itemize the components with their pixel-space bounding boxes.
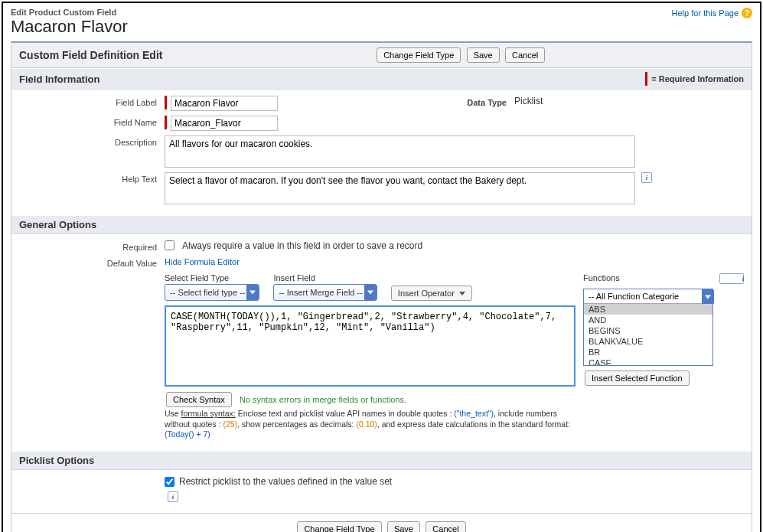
- label-field-name: Field Name: [19, 116, 165, 127]
- function-item[interactable]: BEGINS: [584, 325, 712, 336]
- functions-category-select[interactable]: -- All Function Categorie: [584, 289, 714, 304]
- change-field-type-button[interactable]: Change Field Type: [377, 47, 461, 63]
- functions-label: Functions: [583, 273, 620, 282]
- cancel-button[interactable]: Cancel: [426, 521, 465, 532]
- label-description: Description: [19, 135, 165, 147]
- required-legend: = Required Information: [645, 72, 744, 86]
- function-item[interactable]: CASE: [584, 357, 712, 365]
- label-field-label: Field Label: [19, 96, 165, 107]
- function-item[interactable]: AND: [584, 315, 712, 325]
- required-indicator: [165, 96, 167, 109]
- select-field-type-label: Select Field Type: [165, 273, 259, 282]
- select-field-type-dropdown[interactable]: -- Select field type --: [165, 284, 259, 301]
- field-name-input[interactable]: [171, 116, 278, 131]
- formula-textarea[interactable]: CASE(MONTH(TODAY()),1, "Gingerbread",2, …: [165, 305, 576, 387]
- syntax-status: No syntax errors in merge fields or func…: [240, 395, 406, 404]
- required-checkbox-label: Always require a value in this field in …: [182, 240, 422, 251]
- restrict-picklist-label: Restrict picklist to the values defined …: [179, 476, 392, 487]
- function-item[interactable]: BR: [584, 347, 712, 357]
- functions-panel: -- All Function Categorie ABS AND BEGINS: [583, 289, 713, 366]
- help-text-textarea[interactable]: Select a flavor of macaron. If you don't…: [165, 172, 635, 204]
- restrict-picklist-checkbox[interactable]: [165, 477, 174, 487]
- label-help-text: Help Text: [19, 172, 165, 184]
- function-item[interactable]: ABS: [584, 304, 712, 315]
- pb-title: Custom Field Definition Edit: [19, 49, 162, 61]
- cancel-button[interactable]: Cancel: [505, 47, 545, 63]
- data-type-value: Picklist: [514, 96, 543, 106]
- insert-selected-function-button[interactable]: Insert Selected Function: [585, 370, 690, 386]
- insert-merge-field-dropdown[interactable]: -- Insert Merge Field --: [273, 284, 377, 301]
- function-item[interactable]: BLANKVALUE: [584, 336, 712, 347]
- info-icon[interactable]: i: [641, 172, 652, 183]
- field-label-input[interactable]: [171, 96, 278, 111]
- save-button[interactable]: Save: [387, 521, 420, 532]
- required-checkbox[interactable]: [165, 240, 174, 250]
- section-picklist-options: Picklist Options: [19, 455, 94, 466]
- help-for-page-link[interactable]: Help for this Page ?: [672, 8, 752, 18]
- save-button[interactable]: Save: [467, 47, 500, 63]
- change-field-type-button[interactable]: Change Field Type: [297, 521, 381, 532]
- section-general-options: General Options: [19, 219, 96, 230]
- help-link-text: Help for this Page: [672, 8, 739, 18]
- label-data-type: Data Type: [453, 96, 514, 107]
- label-required: Required: [19, 240, 165, 252]
- check-syntax-button[interactable]: Check Syntax: [166, 392, 232, 407]
- info-icon[interactable]: i: [168, 491, 178, 502]
- info-icon[interactable]: i: [719, 273, 744, 284]
- breadcrumb: Edit Product Custom Field: [11, 8, 128, 17]
- help-icon: ?: [742, 8, 752, 18]
- formula-hint: Use formula syntax: Enclose text and pic…: [165, 409, 576, 440]
- hide-formula-editor-link[interactable]: Hide Formula Editor: [165, 257, 240, 266]
- insert-operator-button[interactable]: Insert Operator: [391, 286, 472, 301]
- page-title: Macaron Flavor: [11, 17, 128, 37]
- insert-field-label: Insert Field: [273, 273, 377, 282]
- chevron-down-icon: [459, 292, 465, 295]
- description-textarea[interactable]: All flavors for our macaron cookies.: [165, 135, 635, 168]
- functions-list[interactable]: ABS AND BEGINS BLANKVALUE BR CASE: [584, 304, 712, 365]
- section-field-information: Field Information: [19, 73, 99, 85]
- required-indicator: [165, 116, 167, 129]
- label-default-value: Default Value: [19, 256, 165, 268]
